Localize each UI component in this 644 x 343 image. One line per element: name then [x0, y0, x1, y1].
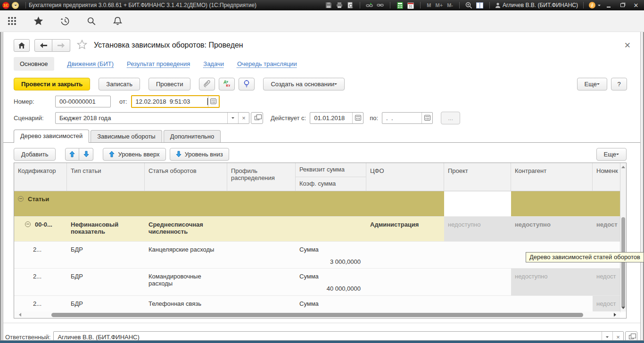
cell-profile[interactable] [227, 242, 296, 268]
cell-cfo[interactable]: Администрация [366, 217, 444, 241]
cell-profile[interactable] [227, 269, 296, 295]
cell-code[interactable]: 2... [14, 296, 67, 312]
memory-m-minus-button[interactable]: M- [446, 2, 454, 8]
valid-to-picker-button[interactable] [421, 113, 432, 123]
col-cfo[interactable]: ЦФО [366, 163, 444, 191]
add-row-button[interactable]: Добавить [14, 148, 56, 161]
dtkt-button[interactable]: ДтКт [219, 78, 235, 90]
tab-rezultat-provedeniya[interactable]: Результат проведения [127, 60, 190, 67]
valid-to-input[interactable]: . . [382, 112, 433, 124]
collapse-icon[interactable] [25, 221, 31, 227]
zoom-icon[interactable] [465, 1, 473, 9]
memory-m-button[interactable]: M [426, 2, 432, 8]
collapse-icon[interactable] [18, 196, 24, 202]
cell-type[interactable]: БДР [67, 242, 145, 268]
horizontal-scroll-thumb[interactable] [51, 313, 583, 317]
tab-osnovnoe[interactable]: Основное [14, 57, 54, 71]
get-link-icon[interactable] [365, 1, 374, 9]
cell-type[interactable]: БДР [67, 296, 145, 312]
cell-project[interactable] [444, 242, 511, 268]
cell-cfo[interactable] [366, 242, 444, 268]
cell-nomenclature[interactable]: недост [593, 217, 620, 241]
col-article[interactable]: Статья оборотов [145, 163, 227, 191]
table-more-button[interactable]: Еще [596, 148, 627, 161]
favorites-star-icon[interactable] [33, 16, 43, 26]
cell-nomenclature[interactable]: недост [593, 269, 620, 295]
col-requisite-sum[interactable]: Реквизит сумма [296, 163, 366, 177]
valid-from-input[interactable]: 01.01.2018 [310, 112, 363, 124]
notifications-bell-icon[interactable] [113, 16, 122, 26]
attachments-button[interactable] [199, 78, 215, 90]
valid-from-picker-button[interactable] [352, 113, 363, 123]
cell-project[interactable] [444, 296, 511, 312]
cell-project[interactable]: недоступно [444, 217, 511, 241]
scenario-input[interactable]: Бюджет 2018 года × [55, 112, 249, 124]
follow-link-icon[interactable] [376, 1, 385, 9]
search-icon[interactable] [87, 16, 96, 26]
scroll-down-icon[interactable] [620, 305, 626, 310]
cell-profile[interactable] [227, 296, 296, 312]
scroll-up-icon[interactable] [620, 164, 626, 170]
scenario-dropdown-button[interactable] [227, 113, 238, 123]
cell-nomenclature[interactable]: недост [593, 296, 620, 312]
write-button[interactable]: Записать [99, 78, 140, 90]
cell-article[interactable]: Среднесписочная численность [145, 217, 227, 241]
tab-ochered-translyacii[interactable]: Очередь трансляции [237, 60, 297, 67]
level-up-button[interactable]: Уровень вверх [103, 148, 165, 161]
cell-code[interactable]: 00-0... [14, 217, 67, 241]
home-button[interactable] [14, 39, 30, 52]
cell-project[interactable] [444, 269, 511, 295]
cell-rest[interactable] [511, 191, 620, 216]
scenario-clear-button[interactable]: × [238, 113, 249, 123]
level-down-button[interactable]: Уровень вниз [170, 148, 229, 161]
tab-zadachi[interactable]: Задачи [203, 60, 224, 67]
main-menu-button[interactable] [12, 2, 19, 9]
responsible-open-button[interactable] [625, 331, 637, 340]
post-and-close-button[interactable]: Провести и закрыть [14, 78, 90, 90]
col-article-type[interactable]: Тип статьи [67, 163, 145, 191]
cell-sum[interactable] [296, 217, 366, 241]
table-row[interactable]: 2... БДР Командировочные расходы Сумма40… [14, 269, 626, 296]
favorite-star-button[interactable] [77, 40, 87, 51]
minimize-button[interactable] [603, 1, 614, 9]
cell-contractor[interactable]: недоступно [511, 217, 593, 241]
restore-button[interactable] [617, 1, 628, 9]
responsible-dropdown-button[interactable] [602, 332, 612, 340]
cell-article[interactable]: Командировочные расходы [145, 269, 227, 295]
table-row-subgroup[interactable]: 00-0... Нефинансовый показатель Среднесп… [14, 217, 626, 242]
close-window-button[interactable]: ✕ [630, 1, 642, 9]
cell-code[interactable]: 2... [14, 242, 67, 268]
cell-type[interactable]: Нефинансовый показатель [67, 217, 145, 241]
col-profile[interactable]: Профиль распределения [227, 163, 296, 191]
cell-contractor[interactable]: недоступно [511, 269, 593, 295]
scroll-right-icon[interactable] [614, 313, 618, 317]
tab-dopolnitelno[interactable]: Дополнительно [164, 130, 221, 142]
scenario-open-button[interactable] [251, 112, 263, 124]
col-coef-sum[interactable]: Коэф. сумма [296, 177, 366, 191]
cell-type[interactable]: БДР [67, 269, 145, 295]
cell-article[interactable]: Канцелярские расходы [145, 242, 227, 268]
cell-cfo[interactable] [366, 269, 444, 295]
post-button[interactable]: Провести [149, 78, 191, 90]
table-row-group[interactable]: Статьи [14, 191, 626, 217]
col-contractor[interactable]: Контрагент [511, 163, 593, 191]
move-up-button[interactable] [65, 148, 79, 161]
print-icon[interactable] [335, 1, 344, 9]
cell-sum[interactable]: Сумма3 000,0000 [296, 242, 366, 268]
more-button[interactable]: Еще [577, 78, 607, 90]
tab-derevo-zavisimostey[interactable]: Дерево зависимостей [14, 130, 89, 143]
col-project[interactable]: Проект [444, 163, 511, 191]
back-button[interactable] [34, 39, 52, 52]
horizontal-scrollbar[interactable] [14, 311, 620, 318]
current-user[interactable]: Агличев В.В. (БИТ.ФИНАНС) [495, 2, 578, 8]
move-down-button[interactable] [79, 148, 93, 161]
forward-button[interactable] [52, 39, 70, 52]
cell-sum[interactable]: Сумма [296, 296, 366, 312]
table-row[interactable]: 2... БДР Телефонная связь Сумма недост [14, 296, 626, 312]
memory-m-plus-button[interactable]: M+ [435, 2, 444, 8]
cell-project[interactable] [444, 191, 511, 216]
cell-cfo[interactable] [366, 296, 444, 312]
cell-code[interactable]: 2... [14, 269, 67, 295]
vertical-scrollbar[interactable] [620, 163, 626, 311]
form-close-button[interactable]: ✕ [621, 41, 634, 50]
